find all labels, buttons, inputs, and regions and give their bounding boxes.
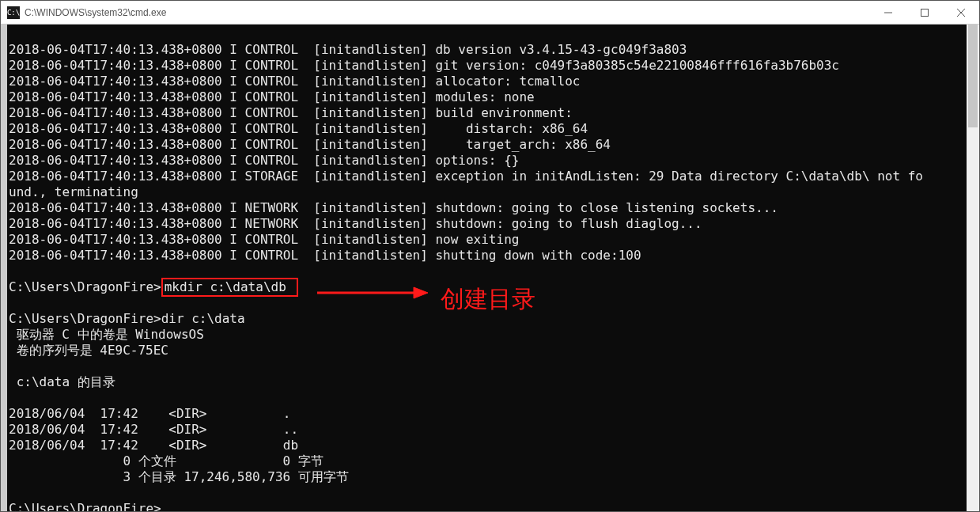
minimize-button[interactable] [870, 1, 906, 24]
log-line: und., terminating [9, 184, 138, 199]
window-titlebar: C:\ C:\WINDOWS\system32\cmd.exe [1, 1, 979, 25]
dir-output-line: 3 个目录 17,246,580,736 可用字节 [9, 469, 349, 484]
cmd-icon: C:\ [7, 6, 20, 19]
vertical-scrollbar[interactable] [967, 25, 979, 511]
log-line: 2018-06-04T17:40:13.438+0800 I CONTROL [… [9, 42, 687, 57]
log-line: 2018-06-04T17:40:13.438+0800 I CONTROL [… [9, 248, 641, 263]
svg-rect-1 [921, 9, 929, 16]
log-line: 2018-06-04T17:40:13.438+0800 I CONTROL [… [9, 105, 573, 120]
maximize-button[interactable] [906, 1, 943, 24]
log-line: 2018-06-04T17:40:13.438+0800 I CONTROL [… [9, 121, 588, 136]
log-line: 2018-06-04T17:40:13.438+0800 I STORAGE [… [9, 169, 923, 184]
dir-output-line: 0 个文件 0 字节 [9, 453, 324, 468]
log-line: 2018-06-04T17:40:13.438+0800 I CONTROL [… [9, 137, 611, 152]
log-line: 2018-06-04T17:40:13.438+0800 I CONTROL [… [9, 74, 580, 89]
dir-output-line: 驱动器 C 中的卷是 WindowsOS [9, 327, 204, 342]
left-border-stripe [1, 25, 7, 511]
dir-output-line: 卷的序列号是 4E9C-75EC [9, 343, 168, 358]
close-button[interactable] [943, 1, 979, 24]
window-controls [870, 1, 979, 24]
dir-output-line: 2018/06/04 17:42 <DIR> db [9, 438, 298, 453]
prompt-prefix: C:\Users\DragonFire> [9, 311, 161, 326]
log-line: 2018-06-04T17:40:13.438+0800 I NETWORK [… [9, 216, 702, 231]
window-title: C:\WINDOWS\system32\cmd.exe [25, 7, 166, 18]
command-text: dir c:\data [161, 311, 245, 326]
terminal-output[interactable]: 2018-06-04T17:40:13.438+0800 I CONTROL [… [7, 25, 967, 511]
log-line: 2018-06-04T17:40:13.438+0800 I CONTROL [… [9, 89, 535, 104]
prompt-prefix: C:\Users\DragonFire> [9, 501, 161, 511]
prompt-line-1: C:\Users\DragonFire>mkdir c:\data\db [9, 279, 298, 294]
log-line: 2018-06-04T17:40:13.438+0800 I CONTROL [… [9, 153, 519, 168]
scrollbar-thumb[interactable] [968, 25, 978, 127]
log-line: 2018-06-04T17:40:13.438+0800 I NETWORK [… [9, 200, 778, 215]
dir-output-line: c:\data 的目录 [9, 374, 115, 389]
prompt-line-3: C:\Users\DragonFire> [9, 501, 161, 511]
dir-output-line: 2018/06/04 17:42 <DIR> . [9, 406, 290, 421]
log-line: 2018-06-04T17:40:13.438+0800 I CONTROL [… [9, 58, 839, 73]
dir-output-line: 2018/06/04 17:42 <DIR> .. [9, 422, 298, 437]
prompt-prefix: C:\Users\DragonFire> [9, 279, 161, 294]
prompt-line-2: C:\Users\DragonFire>dir c:\data [9, 311, 245, 326]
log-line: 2018-06-04T17:40:13.438+0800 I CONTROL [… [9, 232, 519, 247]
highlighted-command: mkdir c:\data\db [161, 278, 299, 297]
